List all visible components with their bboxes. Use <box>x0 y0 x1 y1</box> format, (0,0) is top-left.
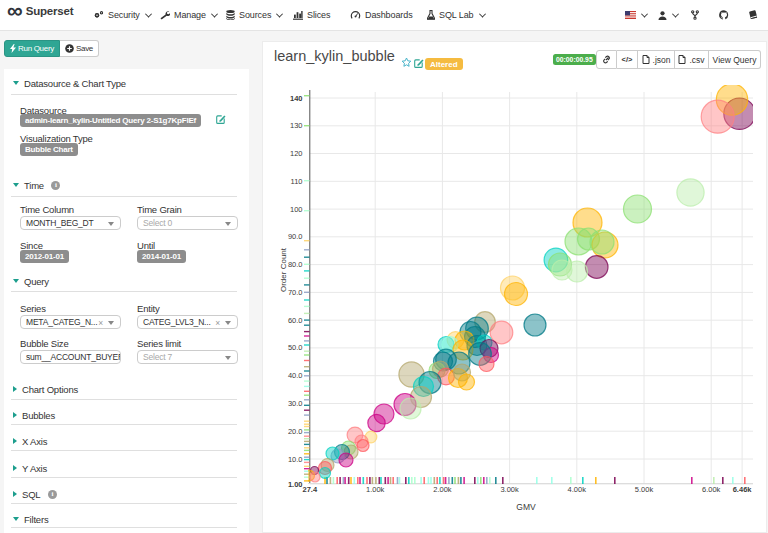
svg-text:20.0: 20.0 <box>288 427 303 436</box>
svg-text:100: 100 <box>290 205 303 214</box>
svg-text:60.0: 60.0 <box>288 316 303 325</box>
svg-text:30.0: 30.0 <box>288 399 303 408</box>
svg-text:80.0: 80.0 <box>288 260 303 269</box>
svg-text:GMV: GMV <box>516 502 536 512</box>
svg-text:6.46k: 6.46k <box>733 485 753 494</box>
svg-text:140: 140 <box>290 94 303 103</box>
svg-text:3.00k: 3.00k <box>500 485 519 494</box>
svg-text:27.4: 27.4 <box>302 485 317 494</box>
svg-text:2.00k: 2.00k <box>433 485 452 494</box>
svg-text:10.0: 10.0 <box>288 455 303 464</box>
svg-text:70.0: 70.0 <box>288 288 303 297</box>
svg-text:90.0: 90.0 <box>288 232 303 241</box>
svg-text:50.0: 50.0 <box>288 343 303 352</box>
svg-text:5.00k: 5.00k <box>635 485 654 494</box>
svg-text:1.00k: 1.00k <box>366 485 385 494</box>
svg-text:40.0: 40.0 <box>288 371 303 380</box>
svg-text:120: 120 <box>290 149 303 158</box>
svg-text:Order Count: Order Count <box>279 247 288 292</box>
svg-text:6.00k: 6.00k <box>702 485 721 494</box>
svg-text:110: 110 <box>291 177 303 186</box>
svg-text:130: 130 <box>290 121 303 130</box>
svg-text:1.00: 1.00 <box>288 480 303 489</box>
svg-text:4.00k: 4.00k <box>568 485 587 494</box>
